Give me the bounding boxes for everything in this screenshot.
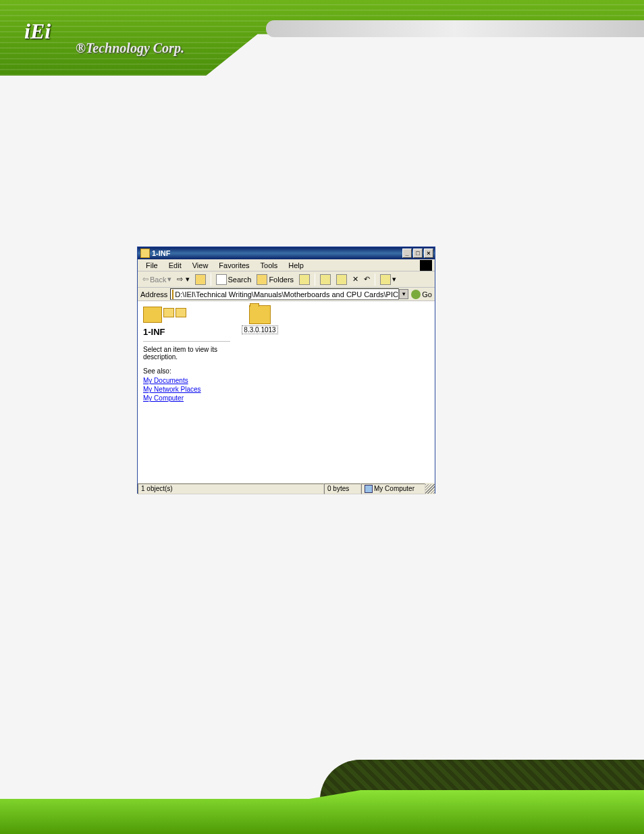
back-button[interactable]: ⇦ Back ▾ bbox=[140, 274, 173, 284]
address-label: Address bbox=[140, 290, 167, 298]
link-my-network-places[interactable]: My Network Places bbox=[143, 386, 230, 393]
forward-button[interactable]: ⇨ ▾ bbox=[175, 274, 191, 284]
menu-favorites[interactable]: Favorites bbox=[213, 261, 254, 270]
views-button[interactable]: ▾ bbox=[378, 273, 398, 286]
folder-name: 1-INF bbox=[143, 327, 230, 337]
seealso-label: See also: bbox=[143, 367, 230, 375]
moveto-button[interactable] bbox=[318, 273, 333, 286]
close-button[interactable]: × bbox=[424, 249, 433, 258]
addressbar: Address D:\IEI\Technical Writing\Manuals… bbox=[138, 288, 435, 301]
history-button[interactable] bbox=[297, 273, 312, 286]
go-button[interactable]: Go bbox=[411, 290, 432, 299]
titlebar[interactable]: 1-INF _ □ × bbox=[138, 247, 435, 259]
brand-logo: iEi bbox=[24, 19, 51, 44]
folder-preview bbox=[143, 307, 230, 323]
separator bbox=[315, 273, 315, 286]
link-my-documents[interactable]: My Documents bbox=[143, 377, 230, 384]
copyto-button[interactable] bbox=[334, 273, 349, 286]
window-title: 1-INF bbox=[152, 249, 402, 257]
address-dropdown[interactable]: ▼ bbox=[399, 289, 408, 299]
menu-help[interactable]: Help bbox=[283, 261, 309, 270]
separator bbox=[211, 273, 211, 286]
minimize-button[interactable]: _ bbox=[402, 249, 412, 258]
computer-icon bbox=[365, 485, 373, 493]
footer-banner bbox=[0, 760, 644, 834]
folder-item[interactable]: 8.3.0.1013 bbox=[240, 305, 280, 334]
window-controls: _ □ × bbox=[402, 249, 433, 258]
menu-file[interactable]: File bbox=[140, 261, 163, 270]
address-input[interactable]: D:\IEI\Technical Writing\Manuals\Motherb… bbox=[170, 288, 399, 300]
file-pane[interactable]: 8.3.0.1013 bbox=[236, 301, 435, 482]
divider bbox=[143, 341, 230, 342]
link-my-computer[interactable]: My Computer bbox=[143, 394, 230, 402]
up-button[interactable] bbox=[193, 273, 208, 286]
search-button[interactable]: Search bbox=[214, 273, 254, 286]
separator bbox=[375, 273, 375, 286]
left-panel: 1-INF Select an item to view its descrip… bbox=[138, 301, 236, 482]
folder-icon bbox=[249, 305, 271, 324]
status-bytes: 0 bytes bbox=[324, 484, 361, 494]
menubar: File Edit View Favorites Tools Help bbox=[138, 259, 435, 271]
resize-grip[interactable] bbox=[425, 484, 435, 494]
statusbar: 1 object(s) 0 bytes My Computer bbox=[138, 482, 435, 494]
menu-tools[interactable]: Tools bbox=[255, 261, 284, 270]
folder-icon bbox=[140, 249, 150, 258]
folder-small-icon bbox=[176, 308, 186, 317]
delete-button[interactable]: ✕ bbox=[350, 274, 360, 284]
maximize-button[interactable]: □ bbox=[413, 249, 423, 258]
folder-small-icon bbox=[163, 308, 174, 317]
go-icon bbox=[411, 290, 421, 299]
header-circuit-pattern bbox=[0, 0, 644, 76]
status-computer: My Computer bbox=[361, 484, 425, 494]
header-sweep bbox=[266, 20, 644, 37]
explorer-window: 1-INF _ □ × File Edit View Favorites Too… bbox=[137, 246, 435, 494]
description-text: Select an item to view its description. bbox=[143, 346, 230, 361]
folder-label: 8.3.0.1013 bbox=[242, 325, 277, 334]
brand-tagline: ®Technology Corp. bbox=[76, 41, 184, 56]
toolbar: ⇦ Back ▾ ⇨ ▾ Search Folders ✕ ↶ ▾ bbox=[138, 271, 435, 288]
windows-flag-icon bbox=[420, 260, 432, 271]
status-objects: 1 object(s) bbox=[138, 484, 324, 494]
folders-button[interactable]: Folders bbox=[254, 273, 296, 286]
folder-large-icon bbox=[143, 307, 162, 323]
content-area: 1-INF Select an item to view its descrip… bbox=[138, 301, 435, 482]
menu-edit[interactable]: Edit bbox=[163, 261, 187, 270]
menu-view[interactable]: View bbox=[187, 261, 214, 270]
folder-icon bbox=[172, 290, 173, 299]
address-path: D:\IEI\Technical Writing\Manuals\Motherb… bbox=[175, 290, 399, 298]
undo-button[interactable]: ↶ bbox=[362, 274, 372, 284]
